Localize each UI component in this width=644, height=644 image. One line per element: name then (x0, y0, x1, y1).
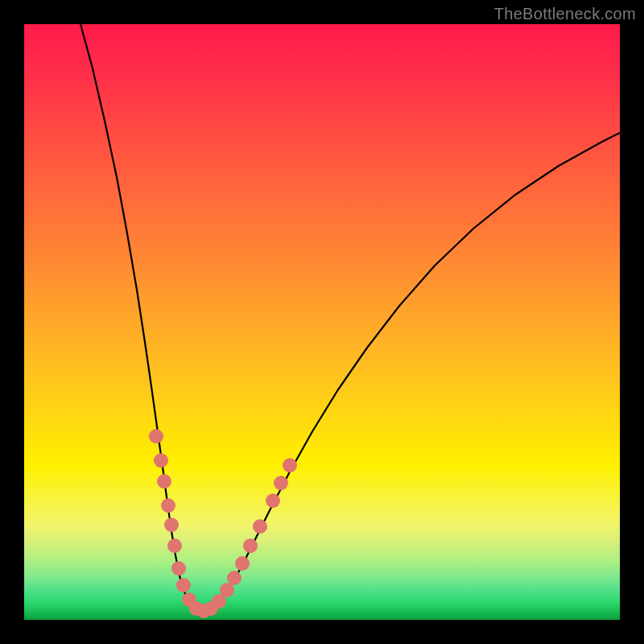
data-dot (243, 539, 258, 553)
data-dot (167, 539, 182, 553)
chart-frame: TheBottleneck.com (0, 0, 644, 644)
data-dot (235, 556, 250, 571)
data-dot (176, 578, 191, 592)
data-dot (220, 583, 234, 597)
data-dot (283, 458, 297, 473)
bottleneck-curve (80, 24, 620, 612)
data-dot (266, 493, 280, 508)
data-dot (157, 474, 171, 489)
data-dot (149, 429, 163, 444)
data-dot (253, 519, 267, 534)
data-dot (164, 518, 179, 532)
data-dot (274, 476, 288, 490)
data-dots-group (149, 429, 297, 618)
watermark-text: TheBottleneck.com (494, 5, 636, 23)
data-dot (227, 571, 242, 585)
plot-area (24, 24, 620, 620)
curve-layer (24, 24, 620, 620)
data-dot (154, 453, 168, 468)
data-dot (171, 561, 186, 576)
data-dot (161, 498, 175, 513)
